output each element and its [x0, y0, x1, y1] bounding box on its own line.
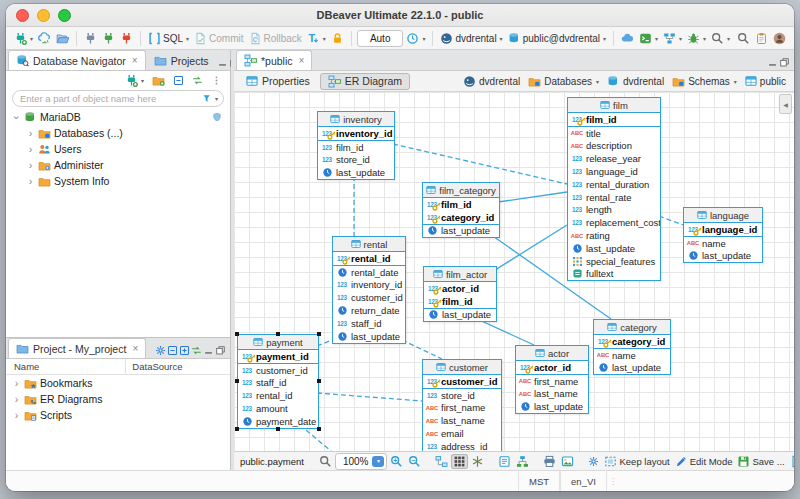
entity-language[interactable]: language123language_idABCnamelast_update [683, 207, 763, 263]
column-film-rating[interactable]: ABCrating [568, 229, 660, 242]
add-note-button[interactable] [496, 454, 513, 469]
selection-handle[interactable] [317, 332, 321, 336]
column-rental-customer_id[interactable]: 123customer_id [333, 291, 405, 304]
entity-header-language[interactable]: language [684, 208, 762, 223]
column-payment-customer_id[interactable]: 123customer_id [238, 364, 318, 377]
filter-funnel-icon[interactable]: ▾ [202, 93, 218, 104]
breadcrumb-schemas[interactable]: Schemas▾ [672, 75, 737, 88]
tab-public-editor[interactable]: *public × [236, 50, 312, 70]
column-inventory-inventory_id[interactable]: 123inventory_id [318, 127, 394, 141]
new-connection-button[interactable]: ▾ [12, 31, 35, 46]
selection-handle[interactable] [276, 427, 280, 431]
diagram-settings-button[interactable] [586, 455, 601, 468]
edit-mode-button[interactable]: Edit Mode [673, 454, 735, 469]
proj-maximize-button[interactable] [215, 345, 226, 356]
column-category-name[interactable]: ABCname [594, 349, 670, 362]
hierarchy-button[interactable] [514, 454, 531, 469]
entity-film_actor[interactable]: film_actor123actor_id123film_idlast_upda… [423, 266, 497, 322]
zoom-window-button[interactable] [58, 9, 71, 22]
entity-header-payment[interactable]: payment [238, 335, 318, 350]
column-film-last_update[interactable]: last_update [568, 242, 660, 255]
column-category-last_update[interactable]: last_update [594, 362, 670, 375]
save-diagram-button[interactable]: Save ... [735, 454, 786, 469]
column-customer-customer_id[interactable]: 123customer_id [423, 375, 501, 389]
tree-item-administer[interactable]: ›Administer [6, 157, 230, 173]
close-tab-icon[interactable]: × [132, 55, 138, 66]
entity-inventory[interactable]: inventory123inventory_id123film_id123sto… [317, 111, 395, 180]
transaction-log-button[interactable]: ▾ [404, 31, 427, 46]
entity-rental[interactable]: rental123rental_idrental_date123inventor… [332, 236, 406, 344]
profile-avatar[interactable] [771, 31, 788, 46]
disconnect-button[interactable] [118, 31, 135, 46]
navigator-minimize-button[interactable] [217, 57, 228, 68]
nav-link-editor-button[interactable] [190, 74, 205, 87]
reconnect-button[interactable] [100, 31, 117, 46]
column-inventory-film_id[interactable]: 123film_id [318, 141, 394, 154]
column-film-rental_rate[interactable]: 123rental_rate [568, 191, 660, 204]
tree-item-er-diagrams[interactable]: ›ER Diagrams [6, 391, 230, 407]
entity-actor[interactable]: actor123actor_idABCfirst_nameABClast_nam… [515, 345, 589, 414]
column-rental-last_update[interactable]: last_update [333, 330, 405, 343]
proj-expand-button[interactable] [179, 345, 190, 356]
column-customer-last_name[interactable]: ABClast_name [423, 414, 501, 427]
column-film_actor-film_id[interactable]: 123film_id [424, 295, 496, 309]
cloud-button[interactable] [619, 31, 636, 46]
commit-button[interactable]: Commit [192, 31, 245, 46]
column-payment-payment_id[interactable]: 123payment_id [238, 350, 318, 364]
column-film_actor-last_update[interactable]: last_update [424, 309, 496, 322]
diagram-view-button[interactable] [433, 454, 450, 469]
column-customer-store_id[interactable]: 123store_id [423, 389, 501, 402]
entity-film_category[interactable]: film_category123film_id123category_idlas… [422, 182, 500, 238]
tab-project-my-project[interactable]: Project - My_project × [8, 338, 146, 358]
column-language-language_id[interactable]: 123language_id [684, 223, 762, 237]
column-actor-last_name[interactable]: ABClast_name [516, 388, 588, 401]
column-film-description[interactable]: ABCdescription [568, 140, 660, 153]
tree-item-scripts[interactable]: ›Scripts [6, 407, 230, 423]
selection-handle[interactable] [276, 332, 280, 336]
tree-item-system-info[interactable]: ›System Info [6, 173, 230, 189]
breadcrumb-dvdrental[interactable]: dvdrental [607, 75, 664, 88]
er-diagram-canvas[interactable]: inventory123inventory_id123film_id123sto… [234, 92, 794, 451]
column-film-fulltext[interactable]: fulltext [568, 268, 660, 281]
column-actor-last_update[interactable]: last_update [516, 400, 588, 413]
tab-properties[interactable]: Properties [238, 73, 318, 89]
column-customer-address_id[interactable]: 123address_id [423, 440, 501, 451]
close-window-button[interactable] [16, 9, 29, 22]
column-film-special_features[interactable]: special_features [568, 255, 660, 268]
proj-settings-button[interactable] [155, 345, 166, 356]
column-actor-first_name[interactable]: ABCfirst_name [516, 375, 588, 388]
column-film-language_id[interactable]: 123language_id [568, 165, 660, 178]
column-rental-rental_id[interactable]: 123rental_id [333, 252, 405, 266]
expander-icon[interactable]: › [12, 379, 21, 388]
expander-icon[interactable]: › [12, 113, 21, 122]
entity-header-actor[interactable]: actor [516, 346, 588, 361]
breadcrumb-dvdrental[interactable]: dvdrental [463, 75, 520, 88]
network-button[interactable]: ▾ [661, 31, 684, 46]
entity-header-rental[interactable]: rental [333, 237, 405, 252]
entity-category[interactable]: category123category_idABCnamelast_update [593, 319, 671, 375]
breadcrumb-databases[interactable]: Databases▾ [528, 75, 599, 88]
selection-handle[interactable] [317, 379, 321, 383]
nav-new-folder-button[interactable] [150, 73, 167, 88]
tree-item-bookmarks[interactable]: ›Bookmarks [6, 375, 230, 391]
debug-button[interactable]: ▾ [685, 31, 708, 46]
entity-header-inventory[interactable]: inventory [318, 112, 394, 127]
column-film-film_id[interactable]: 123film_id [568, 113, 660, 127]
selection-handle[interactable] [317, 427, 321, 431]
tree-item-databases[interactable]: ›Databases (...) [6, 125, 230, 141]
save-image-button[interactable] [559, 454, 576, 469]
expander-icon[interactable]: › [26, 161, 35, 170]
entity-header-customer[interactable]: customer [423, 360, 501, 375]
column-film_category-film_id[interactable]: 123film_id [423, 198, 499, 211]
column-category-category_id[interactable]: 123category_id [594, 335, 670, 349]
expander-icon[interactable]: › [26, 177, 35, 186]
entity-film[interactable]: film123film_idABCtitleABCdescription123r… [567, 97, 661, 281]
open-connection-button[interactable] [54, 31, 71, 46]
proj-collapse-button[interactable] [167, 345, 178, 356]
column-inventory-store_id[interactable]: 123store_id [318, 154, 394, 167]
active-datasource-selector[interactable]: dvdrental▾ [438, 31, 504, 46]
proj-minimize-button[interactable] [203, 345, 214, 356]
breadcrumb-public[interactable]: public [745, 75, 786, 87]
transaction-mode-button[interactable]: T▾ [305, 31, 328, 46]
column-film-title[interactable]: ABCtitle [568, 127, 660, 140]
